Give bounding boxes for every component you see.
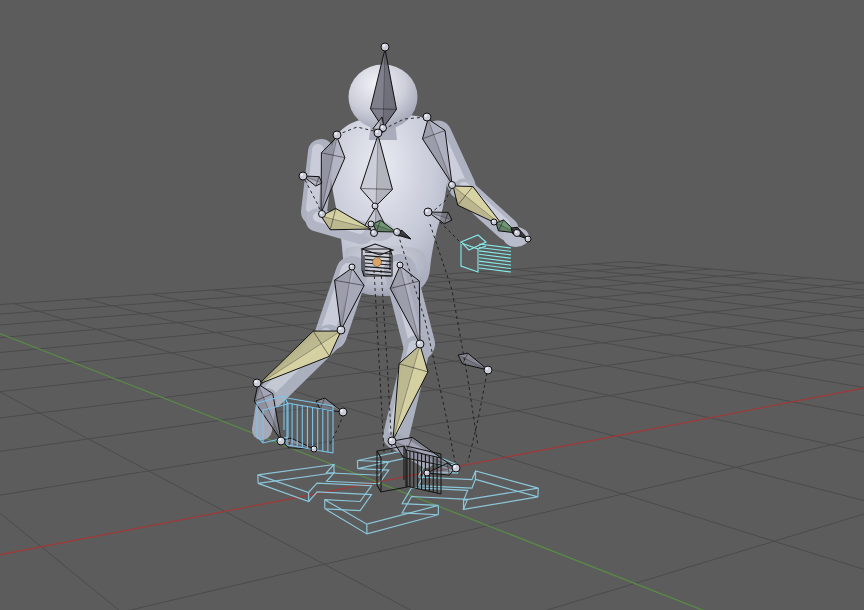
viewport-3d[interactable] bbox=[0, 0, 864, 610]
viewport-canvas[interactable] bbox=[0, 0, 864, 610]
object-origin-dot[interactable] bbox=[373, 258, 382, 267]
